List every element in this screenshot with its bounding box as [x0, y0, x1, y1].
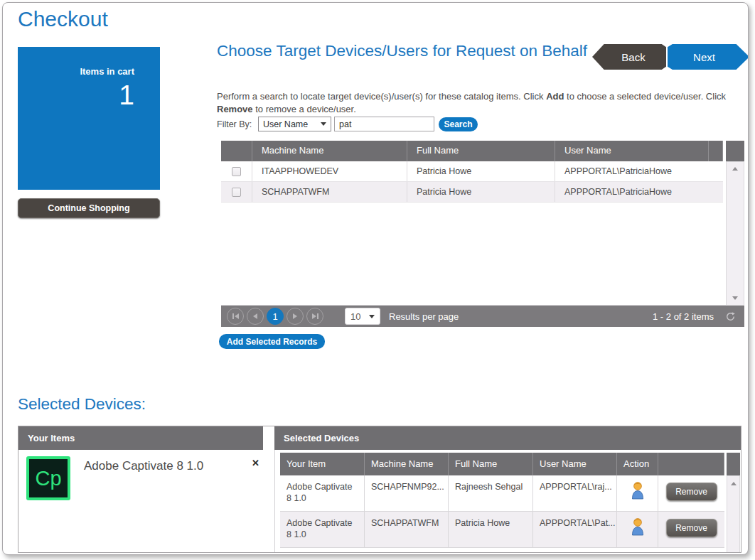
next-button-label: Next [693, 51, 715, 63]
previous-page-button[interactable] [247, 308, 264, 325]
machine-name-cell: SCHAPPATWFM [252, 182, 407, 202]
results-grid: Machine Name Full Name User Name ITAAPPH… [221, 141, 744, 327]
remove-item-close-icon[interactable]: ✕ [252, 458, 259, 468]
vertical-scrollbar[interactable] [727, 475, 740, 553]
remove-cell: Remove [658, 475, 724, 511]
filter-by-select[interactable]: User Name [258, 117, 331, 131]
search-button[interactable]: Search [439, 117, 478, 131]
page-title: Checkout [18, 7, 108, 31]
full-name-cell: Rajneesh Sehgal [449, 475, 533, 511]
chevron-down-icon [369, 315, 375, 318]
column-header-your-item: Your Item [280, 453, 365, 475]
scrollbar-header-filler [726, 141, 744, 161]
selected-devices-table: Your Item Machine Name Full Name User Na… [280, 453, 740, 553]
filter-by-selected-value: User Name [263, 119, 321, 129]
results-per-page-label: Results per page [389, 311, 459, 322]
cart-count: 1 [18, 80, 160, 111]
page-size-select[interactable]: 10 [345, 308, 380, 325]
chevron-down-icon [321, 122, 326, 126]
next-button[interactable]: Next [668, 44, 749, 70]
machine-name-cell: ITAAPPHOWEDEV [252, 161, 407, 181]
pagination-bar: 1 10 Results per page 1 - 2 of 2 items [221, 306, 744, 327]
items-range-label: 1 - 2 of 2 items [653, 311, 714, 322]
action-cell [617, 512, 658, 547]
filter-by-label: Filter By: [217, 119, 252, 129]
cart-item-name: Adobe Captivate 8 1.0 [84, 459, 203, 473]
selected-devices-header: Selected Devices [274, 426, 741, 450]
column-header-action: Action [617, 453, 658, 475]
previous-page-icon [253, 313, 257, 319]
back-button-label: Back [621, 51, 645, 63]
row-checkbox-cell [221, 161, 252, 181]
table-row: ITAAPPHOWEDEV Patricia Howe APPPORTAL\Pa… [221, 161, 723, 182]
column-header-full-name: Full Name [449, 453, 533, 475]
select-all-header-cell [221, 141, 252, 161]
search-input[interactable] [334, 117, 434, 131]
remove-button[interactable]: Remove [666, 483, 717, 501]
instr-part2: to choose a selected device/user. Click [564, 91, 726, 102]
wizard-heading: Choose Target Devices/Users for Request … [217, 41, 601, 61]
refresh-icon[interactable] [725, 311, 736, 322]
row-checkbox[interactable] [232, 167, 241, 176]
user-icon [630, 517, 646, 537]
row-checkbox-cell [221, 182, 252, 202]
items-in-cart-label: Items in cart [18, 66, 160, 77]
first-page-button[interactable] [227, 308, 244, 325]
column-header-machine-name[interactable]: Machine Name [252, 141, 407, 161]
selected-devices-heading: Selected Devices: [18, 395, 146, 414]
your-item-cell: Adobe Captivate 8 1.0 [280, 512, 365, 547]
selected-device-row: Adobe Captivate 8 1.0 SCHAPFNMP92... Raj… [280, 475, 724, 512]
instr-remove-bold: Remove [217, 104, 253, 114]
your-item-cell: Adobe Captivate 8 1.0 [280, 475, 365, 511]
machine-name-cell: SCHAPFNMP92... [365, 475, 449, 511]
first-page-icon [232, 313, 234, 319]
partial-row [280, 548, 724, 553]
checkout-page: Checkout Items in cart 1 Continue Shoppi… [2, 2, 749, 555]
remove-button[interactable]: Remove [666, 519, 717, 537]
continue-shopping-button[interactable]: Continue Shopping [18, 198, 160, 218]
column-header-remove [658, 453, 724, 475]
vertical-scrollbar[interactable] [726, 161, 744, 306]
your-items-header: Your Items [18, 426, 263, 450]
column-header-user-name: User Name [533, 453, 617, 475]
selected-devices-panel: Your Items Selected Devices Cp Adobe Cap… [18, 426, 741, 553]
full-name-cell: Patricia Howe [449, 512, 533, 547]
page-size-value: 10 [350, 311, 360, 322]
results-grid-body: ITAAPPHOWEDEV Patricia Howe APPPORTAL\Pa… [221, 161, 744, 306]
column-header-user-name[interactable]: User Name [555, 141, 709, 161]
scrollbar-up-icon[interactable] [731, 482, 737, 485]
current-page-button[interactable]: 1 [267, 308, 284, 325]
back-button[interactable]: Back [592, 44, 666, 70]
user-name-cell: APPPORTAL\PatriciaHowe [555, 161, 723, 181]
instructions-text: Perform a search to locate target device… [217, 90, 747, 115]
column-header-filler [709, 141, 723, 161]
selected-device-row: Adobe Captivate 8 1.0 SCHAPPATWFM Patric… [280, 512, 724, 548]
last-page-button[interactable] [306, 308, 323, 325]
last-page-icon [312, 313, 316, 319]
row-checkbox[interactable] [232, 188, 241, 197]
results-grid-header: Machine Name Full Name User Name [221, 141, 744, 161]
user-name-cell: APPPORTAL\raj... [533, 475, 617, 511]
cart-summary-box: Items in cart 1 [18, 47, 160, 190]
instr-part3: to remove a device/user. [253, 104, 356, 114]
action-cell [617, 475, 658, 511]
full-name-cell: Patricia Howe [407, 161, 555, 181]
full-name-cell: Patricia Howe [407, 182, 555, 202]
column-header-full-name[interactable]: Full Name [407, 141, 555, 161]
machine-name-cell: SCHAPPATWFM [365, 512, 449, 547]
adobe-captivate-icon: Cp [26, 456, 70, 500]
instr-add-bold: Add [546, 91, 564, 102]
column-header-machine-name: Machine Name [365, 453, 449, 475]
scrollbar-down-icon[interactable] [732, 296, 738, 300]
scrollbar-up-icon[interactable] [732, 167, 738, 171]
user-name-cell: APPPORTAL\Pat... [533, 512, 617, 547]
table-row: SCHAPPATWFM Patricia Howe APPPORTAL\Patr… [221, 182, 723, 203]
next-page-icon [293, 313, 297, 319]
add-selected-records-button[interactable]: Add Selected Records [219, 334, 325, 349]
instr-part1: Perform a search to locate target device… [217, 91, 546, 102]
scrollbar-header-filler [727, 453, 740, 475]
user-icon [630, 481, 646, 500]
selected-devices-table-header: Your Item Machine Name Full Name User Na… [280, 453, 740, 475]
remove-cell: Remove [658, 512, 724, 547]
next-page-button[interactable] [287, 308, 304, 325]
